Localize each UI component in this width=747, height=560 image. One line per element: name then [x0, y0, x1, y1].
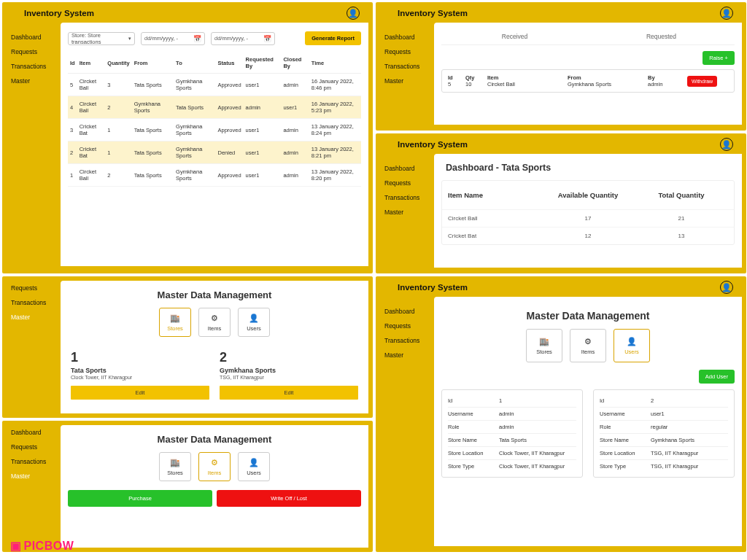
users-icon: 👤: [249, 458, 259, 467]
nav-dashboard[interactable]: Dashboard: [11, 425, 61, 440]
calendar-icon: 📅: [263, 35, 271, 42]
card-items[interactable]: ⚙Items: [198, 308, 231, 337]
transactions-table: IdItemQuantityFromToStatusRequested ByCl…: [68, 52, 361, 187]
nav-dashboard[interactable]: Dashboard: [11, 30, 61, 44]
nav-master[interactable]: Master: [384, 74, 434, 88]
dashboard-table: Item NameAvailable QuantityTotal Quantit…: [441, 180, 735, 245]
panel-master-users: Inventory System 👤 Dashboard Requests Tr…: [376, 276, 746, 552]
user-icon[interactable]: 👤: [720, 138, 733, 151]
date-to[interactable]: dd/mm/yyyy, -📅: [211, 32, 275, 45]
tab-received[interactable]: Received: [441, 28, 588, 44]
generate-report-button[interactable]: Generate Report: [305, 31, 361, 45]
nav-transactions[interactable]: Transactions: [384, 190, 434, 205]
items-icon: ⚙: [584, 337, 592, 346]
panel-requests: Inventory System 👤 Dashboard Requests Tr…: [376, 2, 746, 131]
nav-master[interactable]: Master: [11, 310, 61, 324]
user-icon[interactable]: 👤: [347, 7, 360, 20]
sidebar: Dashboard Requests Transactions Master: [2, 23, 61, 271]
card-items[interactable]: ⚙Items: [570, 329, 606, 362]
nav-master[interactable]: Master: [11, 469, 61, 483]
camera-icon: ▣: [10, 539, 22, 553]
user-icon[interactable]: 👤: [720, 281, 733, 294]
panel-dashboard: Inventory System 👤 Dashboard Requests Tr…: [376, 133, 746, 273]
store-icon: 🏬: [170, 458, 180, 467]
nav-transactions[interactable]: Transactions: [11, 59, 61, 74]
card-stores[interactable]: 🏬Stores: [159, 308, 191, 337]
nav-dashboard[interactable]: Dashboard: [384, 304, 434, 319]
nav-master[interactable]: Master: [11, 74, 61, 88]
nav-dashboard[interactable]: Dashboard: [384, 30, 434, 44]
tab-requested[interactable]: Requested: [588, 28, 735, 44]
store-icon: 🏬: [170, 314, 180, 323]
nav-master[interactable]: Master: [384, 348, 434, 362]
calendar-icon: 📅: [193, 35, 201, 42]
app-title: Inventory System: [398, 140, 468, 149]
user-card: Id2Usernameuser1RoleregularStore NameGym…: [593, 389, 735, 478]
store-card-2: 2 Gymkhana Sports TSG, IIT Kharagpur Edi…: [220, 350, 358, 400]
nav-requests[interactable]: Requests: [384, 44, 434, 59]
table-row: 5Circket Ball3Tata SportsGymkhana Sports…: [68, 74, 361, 96]
card-stores[interactable]: 🏬Stores: [159, 452, 191, 481]
card-users[interactable]: 👤Users: [238, 308, 270, 337]
card-users[interactable]: 👤Users: [238, 452, 270, 481]
user-icon[interactable]: 👤: [720, 7, 733, 20]
nav-requests[interactable]: Requests: [384, 176, 434, 190]
panel-master-stores: Requests Transactions Master Master Data…: [2, 276, 373, 418]
users-icon: 👤: [627, 337, 637, 346]
items-icon: ⚙: [211, 458, 218, 467]
nav-requests[interactable]: Requests: [11, 44, 61, 59]
chevron-down-icon: ▾: [128, 36, 131, 42]
nav-requests[interactable]: Requests: [384, 319, 434, 333]
store-select[interactable]: Store: Store transactions▾: [68, 32, 135, 45]
request-row: Id5 Qty10 ItemCircket Ball FromGymkhana …: [441, 69, 735, 93]
date-from[interactable]: dd/mm/yyyy, -📅: [141, 32, 205, 45]
nav-transactions[interactable]: Transactions: [11, 454, 61, 469]
table-row: 2Cricket Bat1Tata SportsGymkhana SportsD…: [68, 141, 361, 164]
nav-requests[interactable]: Requests: [11, 281, 61, 295]
nav-transactions[interactable]: Transactions: [11, 295, 61, 310]
master-title: Master Data Management: [68, 287, 361, 308]
user-card: Id1UsernameadminRoleadminStore NameTata …: [441, 389, 583, 478]
nav-master[interactable]: Master: [384, 205, 434, 219]
app-title: Inventory System: [398, 283, 468, 292]
panel-master-items: Dashboard Requests Transactions Master M…: [2, 421, 373, 552]
card-stores[interactable]: 🏬Stores: [526, 329, 562, 362]
app-title: Inventory System: [398, 9, 468, 18]
writeoff-button[interactable]: Write Off / Lost: [217, 490, 361, 507]
users-icon: 👤: [249, 314, 259, 323]
nav-requests[interactable]: Requests: [11, 440, 61, 454]
purchase-button[interactable]: Purchase: [68, 490, 212, 507]
table-row: 3Cricket Bat1Tata SportsGymkhana SportsA…: [68, 119, 361, 141]
watermark: ▣PICBOW: [10, 539, 74, 553]
master-title: Master Data Management: [68, 431, 361, 452]
add-user-button[interactable]: Add User: [699, 370, 735, 384]
table-row: 1Circket Ball2Tata SportsGymkhana Sports…: [68, 164, 361, 187]
withdraw-button[interactable]: Withdraw: [687, 76, 717, 87]
table-row: 4Circket Ball2Gymkhana SportsTata Sports…: [68, 96, 361, 119]
edit-store-button[interactable]: Edit: [220, 386, 358, 400]
items-icon: ⚙: [211, 314, 218, 323]
card-users[interactable]: 👤Users: [614, 329, 650, 362]
edit-store-button[interactable]: Edit: [71, 386, 209, 400]
store-card-1: 1 Tata Sports Clock Tower, IIT Kharagpur…: [71, 350, 209, 400]
nav-transactions[interactable]: Transactions: [384, 59, 434, 74]
nav-transactions[interactable]: Transactions: [384, 333, 434, 348]
dashboard-title: Dashboard - Tata Sports: [441, 160, 735, 180]
card-items[interactable]: ⚙Items: [198, 452, 231, 481]
panel-transactions: Inventory System 👤 Dashboard Requests Tr…: [2, 2, 373, 273]
raise-button[interactable]: Raise +: [703, 51, 735, 65]
nav-dashboard[interactable]: Dashboard: [384, 161, 434, 176]
master-title: Master Data Management: [441, 303, 735, 329]
app-title: Inventory System: [24, 9, 94, 18]
store-icon: 🏬: [539, 337, 549, 346]
